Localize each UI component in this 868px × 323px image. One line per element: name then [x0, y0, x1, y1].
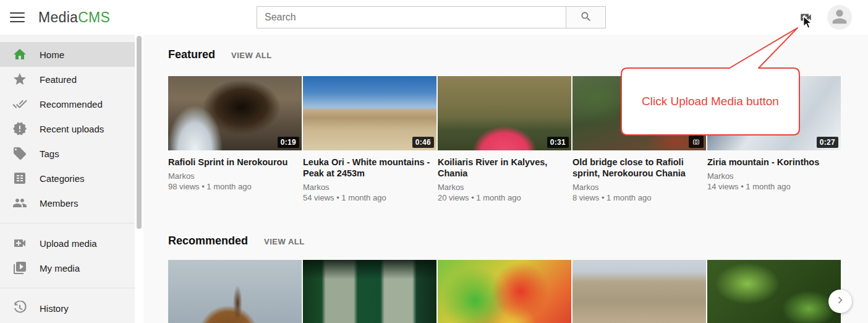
- video-meta: 54 views • 1 month ago: [303, 193, 436, 203]
- video-meta: 98 views • 1 month ago: [168, 182, 302, 192]
- home-icon: [12, 47, 27, 62]
- featured-section-header: Featured VIEW ALL: [168, 48, 272, 61]
- sidebar-item-upload-media[interactable]: Upload media: [0, 231, 135, 256]
- recommended-view-all-link[interactable]: VIEW ALL: [264, 237, 305, 246]
- video-card[interactable]: 0:31 Koiliaris River in Kalyves, Chania …: [438, 76, 571, 203]
- categories-icon: [12, 171, 27, 186]
- sidebar-item-history[interactable]: History: [0, 296, 135, 321]
- video-thumbnail[interactable]: [168, 260, 302, 323]
- video-thumbnail[interactable]: 0:27: [707, 76, 841, 150]
- logo-text-media: Media: [38, 9, 78, 26]
- my-media-icon: [12, 261, 27, 275]
- top-header: MediaCMS: [0, 0, 868, 35]
- sidebar-item-label: Featured: [40, 74, 77, 85]
- video-thumbnail[interactable]: 0:46: [303, 76, 436, 150]
- star-icon: [12, 72, 27, 87]
- featured-row: 0:19 Rafioli Sprint in Nerokourou Markos…: [168, 76, 843, 225]
- upload-media-button[interactable]: [798, 11, 815, 25]
- sidebar-item-recent-uploads[interactable]: Recent uploads: [0, 116, 135, 141]
- video-title[interactable]: Ziria mountain - Korinthos: [707, 157, 841, 168]
- video-card[interactable]: 0:27 Ziria mountain - Korinthos Markos 1…: [707, 76, 841, 192]
- scrollbar-thumb[interactable]: [137, 36, 142, 229]
- sidebar-item-featured[interactable]: Featured: [0, 67, 135, 92]
- sidebar-item-label: Categories: [40, 173, 85, 184]
- person-icon: [829, 6, 850, 30]
- upload-media-icon: [12, 236, 27, 251]
- duration-badge: 0:19: [278, 137, 299, 148]
- recent-uploads-icon: [12, 121, 27, 136]
- sidebar-item-label: Home: [40, 50, 64, 60]
- video-thumbnail[interactable]: 0:31: [438, 76, 571, 150]
- video-meta: 20 views • 1 month ago: [438, 193, 571, 203]
- video-title[interactable]: Old bridge close to Rafioli sprint, Nero…: [572, 157, 706, 179]
- upload-media-icon: [798, 15, 814, 26]
- sidebar-item-recommended[interactable]: Recommended: [0, 92, 135, 116]
- duration-badge: 0:27: [817, 137, 838, 148]
- video-thumbnail[interactable]: 0:19: [168, 76, 302, 150]
- duration-badge: 0:31: [547, 137, 569, 148]
- search-button[interactable]: [566, 7, 605, 28]
- video-card[interactable]: [572, 260, 706, 323]
- user-avatar[interactable]: [827, 5, 852, 30]
- video-title[interactable]: Rafioli Sprint in Nerokourou: [168, 157, 302, 168]
- image-card[interactable]: Old bridge close to Rafioli sprint, Nero…: [572, 76, 706, 203]
- video-card[interactable]: 0:19 Rafioli Sprint in Nerokourou Markos…: [168, 76, 302, 192]
- video-thumbnail[interactable]: [438, 260, 571, 323]
- search-bar: [257, 6, 606, 28]
- members-icon: [12, 196, 27, 210]
- recommended-row: [168, 260, 843, 323]
- checkmarks-icon: [12, 97, 27, 111]
- sidebar-item-label: History: [40, 303, 69, 314]
- sidebar-item-tags[interactable]: Tags: [0, 141, 135, 166]
- tag-icon: [12, 146, 27, 161]
- video-meta: 8 views • 1 month ago: [572, 193, 706, 203]
- camera-icon: [689, 136, 704, 148]
- video-author[interactable]: Markos: [707, 171, 841, 181]
- sidebar-item-label: Recent uploads: [40, 124, 104, 134]
- featured-view-all-link[interactable]: VIEW ALL: [231, 51, 272, 60]
- video-author[interactable]: Markos: [303, 183, 436, 192]
- video-author[interactable]: Markos: [438, 183, 571, 192]
- video-thumbnail[interactable]: [303, 260, 436, 323]
- sidebar-item-home[interactable]: Home: [0, 42, 135, 67]
- video-thumbnail[interactable]: [572, 260, 706, 323]
- sidebar-divider: [0, 223, 135, 223]
- video-card[interactable]: [438, 260, 571, 323]
- video-title[interactable]: Leuka Ori - White mountains - Peak at 24…: [303, 157, 436, 179]
- sidebar-item-my-media[interactable]: My media: [0, 256, 135, 280]
- video-card[interactable]: [168, 260, 302, 323]
- video-card[interactable]: 0:46 Leuka Ori - White mountains - Peak …: [303, 76, 436, 203]
- history-icon: [12, 301, 27, 316]
- video-meta: 14 views • 1 month ago: [707, 182, 841, 192]
- page-scrollbar: [135, 35, 143, 323]
- row-next-button[interactable]: [828, 290, 852, 313]
- chevron-right-icon: [833, 293, 847, 309]
- sidebar-item-label: Members: [40, 198, 79, 209]
- logo-text-cms: CMS: [78, 9, 110, 26]
- section-title: Recommended: [168, 235, 248, 248]
- video-author[interactable]: Markos: [572, 183, 706, 192]
- sidebar-item-label: Tags: [40, 149, 59, 159]
- duration-badge: 0:46: [412, 137, 434, 148]
- video-card[interactable]: [303, 260, 436, 323]
- search-icon: [580, 11, 592, 25]
- sidebar-item-label: Upload media: [40, 238, 97, 249]
- sidebar-item-categories[interactable]: Categories: [0, 166, 135, 191]
- recommended-section-header: Recommended VIEW ALL: [168, 235, 305, 248]
- site-logo[interactable]: MediaCMS: [38, 0, 110, 35]
- video-thumbnail[interactable]: [707, 260, 841, 323]
- video-author[interactable]: Markos: [168, 171, 302, 181]
- sidebar-divider: [0, 288, 135, 288]
- menu-toggle-button[interactable]: [9, 9, 26, 26]
- video-title[interactable]: Koiliaris River in Kalyves, Chania: [438, 157, 571, 179]
- video-card[interactable]: [707, 260, 841, 323]
- search-input[interactable]: [257, 7, 566, 28]
- sidebar-item-label: Recommended: [40, 99, 103, 110]
- sidebar-item-label: My media: [40, 263, 80, 273]
- image-thumbnail[interactable]: [572, 76, 706, 150]
- sidebar: Home Featured Recommended Recent uploads…: [0, 35, 135, 323]
- section-title: Featured: [168, 48, 215, 61]
- sidebar-item-members[interactable]: Members: [0, 191, 135, 215]
